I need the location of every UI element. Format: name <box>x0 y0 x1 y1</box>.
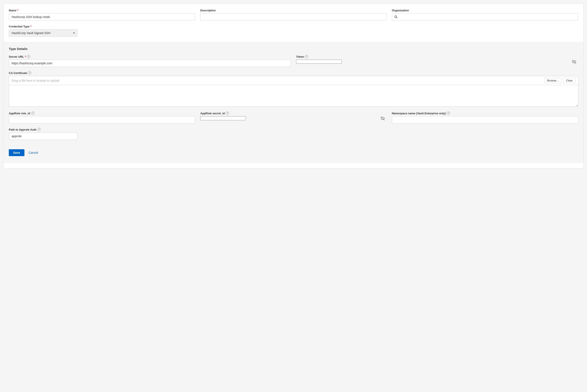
approle-role-id-input[interactable] <box>9 116 195 124</box>
namespace-name-label: Namespace name (Vault Enterprise only) ? <box>392 112 578 115</box>
type-details-section: Type Details Server URL * ? Token ? <box>4 42 583 163</box>
name-label: Name * <box>9 9 195 12</box>
organization-label: Organization <box>392 9 578 12</box>
path-approle-row: Path to Approle Auth ? <box>9 128 578 140</box>
description-input[interactable] <box>200 13 387 20</box>
file-upload-placeholder: Drag a file here or browse to upload <box>11 79 59 82</box>
server-url-token-row: Server URL * ? Token ? <box>9 55 578 67</box>
token-input-wrapper <box>296 60 578 64</box>
path-approle-group: Path to Approle Auth ? <box>9 128 77 140</box>
organization-input-wrapper <box>392 13 578 20</box>
server-url-help-icon[interactable]: ? <box>27 55 30 58</box>
token-visibility-toggle[interactable] <box>572 60 576 64</box>
name-group: Name * <box>9 9 195 20</box>
ca-certificate-help-icon[interactable]: ? <box>28 71 31 75</box>
credential-type-select-wrapper: HashiCorp Vault Signed SSH ▼ <box>9 30 77 37</box>
approle-secret-id-visibility-toggle[interactable] <box>381 116 385 120</box>
token-input[interactable] <box>296 60 342 64</box>
approle-role-id-label: AppRole role_id ? <box>9 112 195 115</box>
approle-secret-id-group: AppRole secret_id ? <box>200 112 387 124</box>
approle-role-id-help-icon[interactable]: ? <box>31 112 34 115</box>
top-section: Name * Description Organization <box>9 9 578 37</box>
namespace-name-group: Namespace name (Vault Enterprise only) ? <box>392 112 578 124</box>
clear-button[interactable]: Clear <box>563 78 576 83</box>
cancel-button[interactable]: Cancel <box>28 149 39 156</box>
server-url-required: * <box>25 55 26 58</box>
credential-type-row: Credential Type * HashiCorp Vault Signed… <box>9 25 578 37</box>
type-details-title: Type Details <box>9 47 578 50</box>
namespace-name-input[interactable] <box>392 116 578 124</box>
credentials-form: Name * Description Organization <box>3 4 584 168</box>
server-url-input[interactable] <box>9 60 291 67</box>
organization-input[interactable] <box>400 14 578 20</box>
description-label: Description <box>200 9 387 12</box>
path-approle-input[interactable] <box>9 132 77 140</box>
path-approle-help-icon[interactable]: ? <box>37 128 41 131</box>
svg-line-1 <box>396 17 397 18</box>
organization-group: Organization <box>392 9 578 20</box>
approle-secret-id-label: AppRole secret_id ? <box>200 112 387 115</box>
path-approle-label: Path to Approle Auth ? <box>9 128 77 131</box>
browse-button[interactable]: Browse... <box>544 78 562 83</box>
credential-type-required: * <box>30 25 31 28</box>
ca-certificate-label: CA Certificate ? <box>9 71 578 75</box>
file-upload-area: Drag a file here or browse to upload Bro… <box>9 76 578 85</box>
token-help-icon[interactable]: ? <box>305 55 308 58</box>
credential-type-label: Credential Type * <box>9 25 77 28</box>
ca-certificate-textarea[interactable] <box>9 85 578 106</box>
footer-actions: Save Cancel <box>4 144 583 158</box>
namespace-name-help-icon[interactable]: ? <box>447 112 450 115</box>
approle-secret-id-input[interactable] <box>200 116 246 120</box>
name-required: * <box>17 9 18 12</box>
approle-secret-id-help-icon[interactable]: ? <box>226 112 229 115</box>
svg-point-0 <box>395 16 397 18</box>
token-group: Token ? <box>296 55 578 67</box>
organization-search-icon <box>392 14 400 20</box>
description-group: Description <box>200 9 387 20</box>
file-upload-buttons: Browse... Clear <box>544 78 576 83</box>
token-label: Token ? <box>296 55 578 58</box>
credential-type-select[interactable]: HashiCorp Vault Signed SSH <box>9 30 77 37</box>
approle-role-id-group: AppRole role_id ? <box>9 112 195 124</box>
ca-certificate-section: CA Certificate ? Drag a file here or bro… <box>9 71 578 107</box>
server-url-group: Server URL * ? <box>9 55 291 67</box>
approle-namespace-row: AppRole role_id ? AppRole secret_id ? <box>9 112 578 124</box>
server-url-label: Server URL * ? <box>9 55 291 58</box>
name-desc-org-row: Name * Description Organization <box>9 9 578 20</box>
approle-secret-id-wrapper <box>200 116 387 120</box>
name-input[interactable] <box>9 13 195 20</box>
credential-type-group: Credential Type * HashiCorp Vault Signed… <box>9 25 77 37</box>
save-button[interactable]: Save <box>9 149 24 156</box>
